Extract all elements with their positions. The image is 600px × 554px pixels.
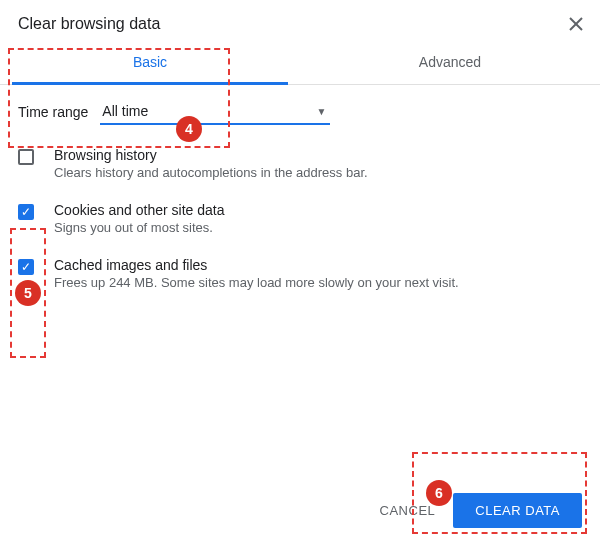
options-list: Browsing history Clears history and auto… <box>0 135 600 290</box>
time-range-row: Time range All time ▼ <box>0 85 600 135</box>
dialog-header: Clear browsing data <box>0 0 600 40</box>
time-range-label: Time range <box>18 104 88 120</box>
option-row-cookies: Cookies and other site data Signs you ou… <box>18 202 582 235</box>
close-icon[interactable] <box>566 14 586 34</box>
option-row-browsing-history: Browsing history Clears history and auto… <box>18 147 582 180</box>
option-title: Browsing history <box>54 147 582 163</box>
dialog-actions: CANCEL CLEAR DATA <box>380 493 582 528</box>
chevron-down-icon: ▼ <box>316 106 326 117</box>
checkbox-cached[interactable] <box>18 259 34 275</box>
option-desc: Signs you out of most sites. <box>54 220 582 235</box>
tab-basic-label: Basic <box>133 54 167 70</box>
time-range-select[interactable]: All time ▼ <box>100 99 330 125</box>
option-desc: Frees up 244 MB. Some sites may load mor… <box>54 275 582 290</box>
checkbox-browsing-history[interactable] <box>18 149 34 165</box>
checkbox-cookies[interactable] <box>18 204 34 220</box>
option-text: Browsing history Clears history and auto… <box>54 147 582 180</box>
option-row-cached: Cached images and files Frees up 244 MB.… <box>18 257 582 290</box>
clear-data-button[interactable]: CLEAR DATA <box>453 493 582 528</box>
tabs: Basic Advanced <box>0 40 600 85</box>
option-text: Cached images and files Frees up 244 MB.… <box>54 257 582 290</box>
option-text: Cookies and other site data Signs you ou… <box>54 202 582 235</box>
dialog-title: Clear browsing data <box>18 15 160 33</box>
time-range-value: All time <box>102 103 148 119</box>
option-desc: Clears history and autocompletions in th… <box>54 165 582 180</box>
tab-basic[interactable]: Basic <box>0 40 300 84</box>
option-title: Cookies and other site data <box>54 202 582 218</box>
tab-advanced[interactable]: Advanced <box>300 40 600 84</box>
cancel-button[interactable]: CANCEL <box>380 503 436 518</box>
tab-advanced-label: Advanced <box>419 54 481 70</box>
option-title: Cached images and files <box>54 257 582 273</box>
